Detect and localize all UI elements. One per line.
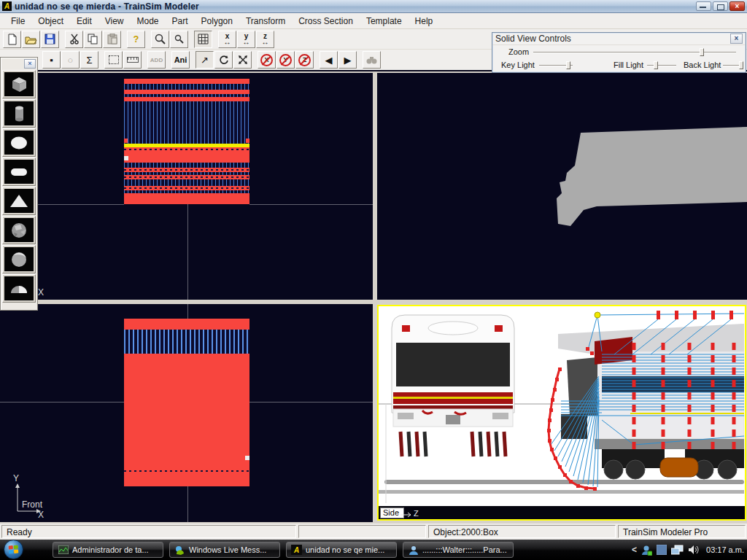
- animate-button[interactable]: Ani: [171, 51, 190, 69]
- toolbar-separator: [99, 51, 104, 69]
- solid-view-controls-close-button[interactable]: ×: [730, 34, 743, 44]
- paste-button[interactable]: [103, 31, 121, 48]
- smooth-sphere-icon: [7, 249, 31, 270]
- minimize-button[interactable]: [696, 1, 711, 11]
- volume-icon[interactable]: [688, 545, 700, 555]
- restore-button[interactable]: [713, 1, 728, 11]
- toolbar-separator: [146, 31, 151, 48]
- capsule-tool-button[interactable]: [2, 158, 36, 186]
- zoom-in-icon: [155, 34, 166, 44]
- viewport-top[interactable]: X: [0, 73, 373, 300]
- lock-x-button[interactable]: X: [258, 51, 276, 69]
- menu-object[interactable]: Object: [31, 15, 70, 28]
- zoom-slider-thumb[interactable]: [700, 48, 704, 56]
- crosshair-horizontal: [249, 402, 373, 402]
- model-front-view[interactable]: [124, 319, 249, 486]
- toolbar-separator: [357, 51, 363, 69]
- menu-file[interactable]: File: [4, 15, 31, 28]
- network-icon[interactable]: [671, 545, 684, 556]
- system-tray: < 03:17 a.m.: [632, 540, 744, 560]
- close-button[interactable]: ×: [729, 1, 745, 11]
- measure-button[interactable]: [123, 51, 142, 69]
- z-arrow-icon: ↔: [262, 39, 269, 45]
- menu-transform[interactable]: Transform: [239, 15, 292, 28]
- fill-light-label: Fill Light: [614, 61, 643, 69]
- start-button[interactable]: [4, 540, 23, 559]
- hemisphere-tool-button[interactable]: [2, 274, 36, 303]
- taskbar-button-task-manager[interactable]: Administrador de ta...: [53, 542, 163, 558]
- cut-button[interactable]: [65, 31, 83, 48]
- top-view-x-axis-label: X: [38, 287, 44, 298]
- key-light-slider[interactable]: [539, 61, 573, 69]
- back-light-label: Back Light: [684, 61, 721, 69]
- viewport-solid-3d[interactable]: [377, 73, 747, 300]
- zoom-slider[interactable]: [533, 48, 736, 56]
- toolbar-separator: [189, 31, 194, 48]
- lock-z-icon: Z: [298, 54, 311, 66]
- msn-status-icon[interactable]: [641, 545, 652, 556]
- taskbar: Administrador de ta... Windows Live Mess…: [0, 540, 747, 560]
- new-file-icon: [7, 34, 18, 45]
- menu-polygon[interactable]: Polygon: [195, 15, 239, 28]
- copy-button[interactable]: [84, 31, 102, 48]
- menu-mode[interactable]: Mode: [131, 15, 166, 28]
- menu-help[interactable]: Help: [409, 15, 440, 28]
- back-light-slider[interactable]: [723, 61, 743, 69]
- grid-toggle-button[interactable]: [194, 31, 212, 48]
- menu-view[interactable]: View: [98, 15, 131, 28]
- next-button[interactable]: ▶: [338, 51, 357, 69]
- clock: 03:17 a.m.: [706, 545, 744, 554]
- resize-z-button[interactable]: z ↔: [256, 31, 274, 48]
- solid-view-controls-title: Solid View Controls: [495, 34, 571, 44]
- circle-mode-button[interactable]: ○: [61, 51, 80, 69]
- sigma-button[interactable]: Σ: [80, 51, 98, 69]
- back-light-thumb[interactable]: [739, 61, 743, 69]
- key-light-thumb[interactable]: [566, 61, 570, 69]
- previous-button[interactable]: ◀: [320, 51, 338, 69]
- marquee-select-button[interactable]: [104, 51, 123, 69]
- box-tool-button[interactable]: [2, 70, 36, 98]
- add-button[interactable]: ADD: [147, 51, 166, 69]
- sphere-tool-button[interactable]: [2, 128, 36, 157]
- tray-app-icon[interactable]: [657, 545, 667, 555]
- x-arrow-icon: ↔: [224, 39, 231, 45]
- zoom-in-button[interactable]: [151, 31, 169, 48]
- status-bar: Ready Object:2000:Box TrainSim Modeler P…: [0, 524, 747, 540]
- fill-light-thumb[interactable]: [654, 61, 658, 69]
- cylinder-tool-button[interactable]: [2, 99, 36, 128]
- menu-cross-section[interactable]: Cross Section: [292, 15, 360, 28]
- point-mode-button[interactable]: ▪: [42, 51, 61, 69]
- cone-icon: [7, 191, 31, 211]
- rotate-tool-button[interactable]: [214, 51, 233, 69]
- new-button[interactable]: [3, 31, 21, 48]
- find-button[interactable]: [363, 51, 381, 69]
- taskbar-button-walter-chat[interactable]: ......:::Walter:::.....Para...: [403, 542, 514, 558]
- lock-z-button[interactable]: Z: [295, 51, 314, 69]
- lock-y-button[interactable]: Y: [276, 51, 295, 69]
- vertex-handle[interactable]: [245, 456, 249, 460]
- help-button[interactable]: ?: [127, 31, 145, 48]
- smooth-sphere-tool-button[interactable]: [2, 245, 36, 273]
- open-button[interactable]: [22, 31, 40, 48]
- resize-x-button[interactable]: x ↔: [218, 31, 236, 48]
- viewport-front[interactable]: Y Front X: [0, 304, 373, 522]
- viewport-side-active[interactable]: Side Z: [377, 305, 746, 521]
- cone-tool-button[interactable]: [2, 187, 36, 215]
- geosphere-tool-button[interactable]: [2, 216, 36, 244]
- menu-template[interactable]: Template: [360, 15, 409, 28]
- resize-y-button[interactable]: y ↔: [237, 31, 255, 48]
- vertex-handle[interactable]: [124, 156, 128, 160]
- model-top-view[interactable]: [124, 79, 249, 204]
- menu-part[interactable]: Part: [166, 15, 195, 28]
- zoom-out-button[interactable]: [170, 31, 188, 48]
- save-button[interactable]: [41, 31, 59, 48]
- tray-expand-chevron[interactable]: <: [632, 545, 637, 555]
- taskbar-button-trainsim[interactable]: A unidad no se qe mie...: [286, 542, 397, 558]
- scale-tool-button[interactable]: [233, 51, 252, 69]
- front-view-x-axis-label: X: [38, 510, 44, 520]
- fill-light-slider[interactable]: [647, 61, 676, 69]
- menu-edit[interactable]: Edit: [70, 15, 98, 28]
- taskbar-button-messenger[interactable]: Windows Live Mess...: [169, 542, 280, 558]
- move-tool-button[interactable]: ↗: [196, 51, 214, 69]
- toolbox-close-button[interactable]: ×: [24, 59, 36, 69]
